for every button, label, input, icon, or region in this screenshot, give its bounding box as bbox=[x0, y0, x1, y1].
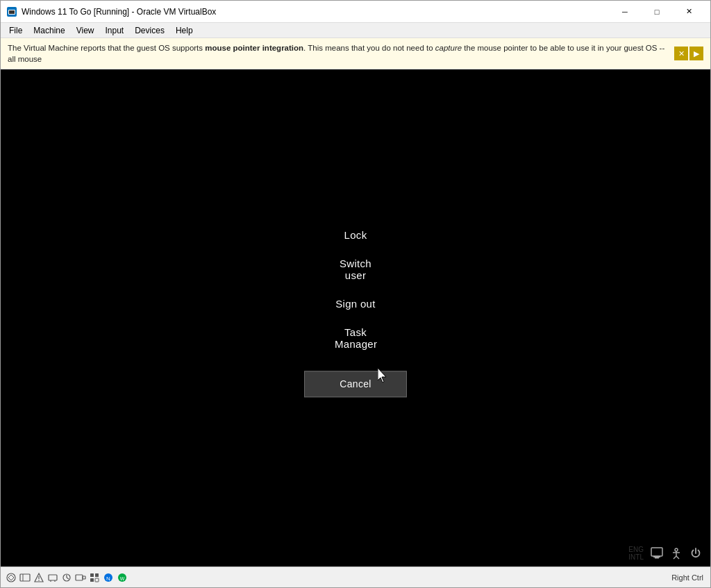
status-icon-4[interactable] bbox=[47, 571, 59, 584]
cancel-button[interactable]: Cancel bbox=[304, 371, 406, 397]
menu-bar: File Machine View Input Devices Help bbox=[1, 23, 710, 38]
menu-file[interactable]: File bbox=[3, 24, 28, 37]
lock-option[interactable]: Lock bbox=[279, 221, 432, 249]
status-icon-2[interactable] bbox=[19, 571, 31, 584]
maximize-button[interactable]: □ bbox=[641, 1, 673, 23]
task-manager-option[interactable]: Task Manager bbox=[279, 318, 432, 358]
status-icon-3[interactable] bbox=[33, 571, 45, 584]
svg-rect-5 bbox=[653, 556, 660, 557]
status-icons-left: N W bbox=[5, 571, 669, 584]
switch-user-option[interactable]: Switch user bbox=[279, 249, 432, 289]
svg-rect-13 bbox=[20, 574, 30, 581]
menu-view[interactable]: View bbox=[71, 24, 100, 37]
status-icon-5[interactable] bbox=[60, 571, 73, 584]
svg-rect-27 bbox=[95, 573, 99, 577]
power-icon[interactable] bbox=[688, 546, 703, 561]
accessibility-icon[interactable] bbox=[669, 546, 684, 561]
menu-machine[interactable]: Machine bbox=[28, 24, 70, 37]
svg-point-7 bbox=[675, 548, 678, 551]
windows-security-menu: Lock Switch user Sign out Task Manager C… bbox=[279, 221, 432, 397]
status-icon-1[interactable] bbox=[5, 571, 17, 584]
status-icon-9[interactable]: W bbox=[116, 571, 128, 584]
menu-devices[interactable]: Devices bbox=[129, 24, 170, 37]
svg-rect-29 bbox=[95, 578, 99, 582]
svg-rect-4 bbox=[651, 548, 662, 556]
window-title: Windows 11 To Go [Running] - Oracle VM V… bbox=[22, 7, 609, 17]
minimize-button[interactable]: ─ bbox=[609, 1, 641, 23]
info-close-button[interactable]: ✕ bbox=[674, 47, 688, 60]
network-icon[interactable] bbox=[649, 546, 664, 561]
svg-rect-6 bbox=[655, 557, 659, 559]
status-icon-8[interactable]: N bbox=[102, 571, 115, 584]
svg-rect-26 bbox=[90, 573, 94, 577]
svg-line-23 bbox=[67, 578, 69, 579]
close-button[interactable]: ✕ bbox=[673, 1, 705, 23]
svg-rect-18 bbox=[49, 575, 57, 580]
svg-line-11 bbox=[676, 556, 679, 559]
info-message: The Virtual Machine reports that the gue… bbox=[8, 42, 671, 65]
status-icon-7[interactable] bbox=[88, 571, 101, 584]
title-bar: Windows 11 To Go [Running] - Oracle VM V… bbox=[1, 1, 710, 23]
info-expand-button[interactable]: ▶ bbox=[689, 47, 703, 60]
status-bar: N W Right Ctrl bbox=[1, 566, 710, 587]
menu-input[interactable]: Input bbox=[100, 24, 130, 37]
window-controls: ─ □ ✕ bbox=[609, 1, 705, 23]
language-indicator[interactable]: ENG INTL bbox=[627, 546, 645, 561]
vm-screen[interactable]: Lock Switch user Sign out Task Manager C… bbox=[1, 69, 710, 566]
info-bar: The Virtual Machine reports that the gue… bbox=[1, 38, 710, 69]
vbox-icon bbox=[6, 6, 17, 17]
status-icon-6[interactable] bbox=[74, 571, 87, 584]
svg-text:N: N bbox=[106, 576, 110, 582]
vbox-window: Windows 11 To Go [Running] - Oracle VM V… bbox=[0, 0, 711, 588]
svg-line-10 bbox=[674, 556, 676, 559]
status-icons-right: Right Ctrl bbox=[669, 573, 706, 582]
menu-help[interactable]: Help bbox=[170, 24, 199, 37]
svg-point-17 bbox=[38, 580, 40, 581]
vm-status-area: ENG INTL bbox=[627, 546, 703, 561]
svg-text:W: W bbox=[120, 576, 125, 581]
svg-rect-25 bbox=[83, 576, 85, 579]
svg-rect-2 bbox=[9, 10, 15, 14]
sign-out-option[interactable]: Sign out bbox=[279, 289, 432, 318]
svg-rect-24 bbox=[76, 575, 83, 580]
svg-rect-28 bbox=[90, 578, 94, 582]
right-ctrl-label: Right Ctrl bbox=[669, 573, 706, 582]
